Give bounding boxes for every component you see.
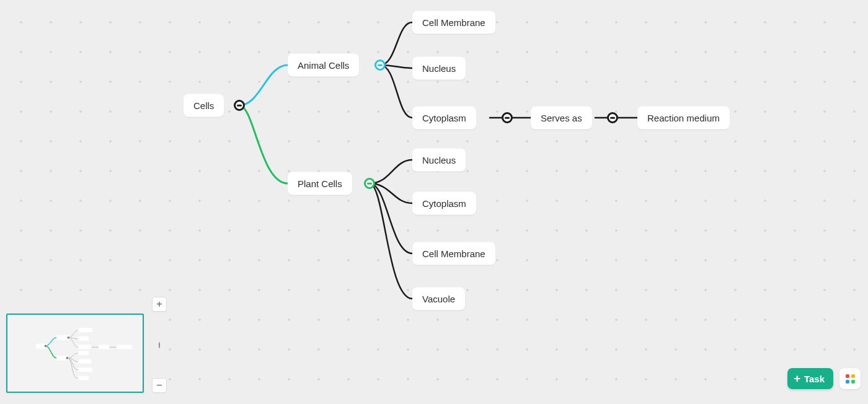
svg-point-12 — [45, 345, 47, 347]
node-nucleus-plant[interactable]: Nucleus — [412, 149, 466, 172]
zoom-slider-handle[interactable] — [159, 342, 160, 348]
svg-rect-8 — [78, 351, 89, 355]
svg-point-14 — [66, 357, 68, 359]
add-task-button[interactable]: + Task — [787, 368, 833, 389]
minimap-svg — [7, 315, 143, 392]
zoom-slider-track[interactable] — [159, 315, 160, 374]
svg-rect-9 — [78, 359, 91, 364]
collapse-toggle-cells[interactable] — [234, 100, 245, 111]
node-cell-membrane-plant[interactable]: Cell Membrane — [412, 242, 495, 265]
collapse-toggle-cytoplasm[interactable] — [502, 112, 513, 123]
node-cell-membrane-animal[interactable]: Cell Membrane — [412, 11, 495, 34]
node-plant-cells[interactable]: Plant Cells — [288, 172, 352, 195]
bottom-right-toolbar: + Task — [787, 368, 861, 389]
apps-button[interactable] — [839, 368, 861, 389]
node-cytoplasm-animal[interactable]: Cytoplasm — [412, 107, 476, 130]
collapse-toggle-plant-cells[interactable] — [364, 178, 375, 189]
zoom-in-button[interactable]: + — [152, 297, 167, 312]
node-nucleus-animal[interactable]: Nucleus — [412, 57, 466, 80]
apps-icon — [846, 374, 855, 384]
svg-rect-10 — [78, 367, 92, 372]
svg-point-13 — [67, 336, 69, 339]
node-vacuole[interactable]: Vacuole — [412, 288, 465, 310]
zoom-panel: + − — [151, 297, 167, 393]
minimap[interactable] — [6, 314, 144, 393]
collapse-toggle-animal-cells[interactable] — [374, 59, 386, 71]
node-cells[interactable]: Cells — [184, 94, 224, 117]
node-serves-as[interactable]: Serves as — [531, 107, 592, 130]
svg-rect-5 — [78, 345, 91, 349]
collapse-toggle-serves-as[interactable] — [607, 112, 618, 123]
zoom-out-button[interactable]: − — [152, 378, 167, 393]
node-reaction-medium[interactable]: Reaction medium — [637, 107, 730, 130]
svg-rect-7 — [117, 345, 132, 349]
svg-rect-4 — [78, 336, 89, 341]
node-cytoplasm-plant[interactable]: Cytoplasm — [412, 192, 476, 215]
svg-rect-6 — [99, 345, 109, 349]
task-button-label: Task — [804, 374, 825, 384]
plus-icon: + — [794, 373, 800, 384]
svg-rect-3 — [78, 328, 92, 332]
svg-rect-11 — [78, 376, 89, 380]
node-animal-cells[interactable]: Animal Cells — [288, 54, 359, 77]
